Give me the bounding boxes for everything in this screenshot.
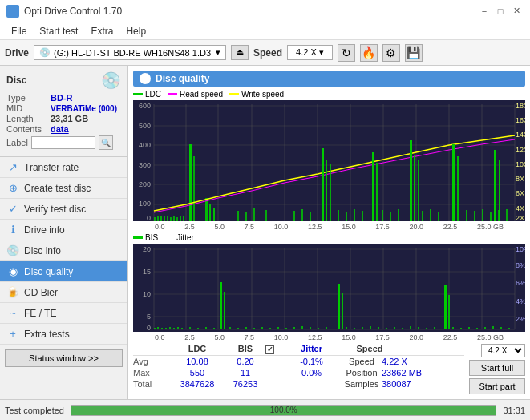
nav-fe-te[interactable]: ~ FE / TE <box>0 303 127 324</box>
eject-button[interactable]: ⏏ <box>231 45 249 60</box>
svg-text:10%: 10% <box>516 245 525 253</box>
legend-bis-color <box>133 236 143 239</box>
svg-rect-152 <box>418 327 419 329</box>
nav-create-test-disc[interactable]: ⊕ Create test disc <box>0 178 127 199</box>
speed-dropdown[interactable]: 4.2 X ▾ <box>287 45 333 60</box>
start-full-button[interactable]: Start full <box>469 360 525 376</box>
svg-rect-125 <box>197 328 199 329</box>
disc-label-button[interactable]: 🔍 <box>99 135 113 150</box>
svg-rect-157 <box>452 327 454 329</box>
nav-fe-te-label: FE / TE <box>24 308 56 319</box>
svg-rect-36 <box>154 217 156 221</box>
row-max-bis: 11 <box>225 368 265 378</box>
svg-rect-66 <box>362 211 363 221</box>
svg-text:200: 200 <box>139 180 151 188</box>
length-value: 23,31 GB <box>51 114 88 123</box>
stats-table: LDC BIS ✓ Jitter Speed Avg 10.08 0.20 -0… <box>133 344 464 390</box>
svg-rect-48 <box>213 208 215 221</box>
nav-disc-quality[interactable]: ◉ Disc quality <box>0 261 127 282</box>
svg-text:500: 500 <box>139 122 151 130</box>
svg-rect-146 <box>370 326 371 329</box>
status-window-button[interactable]: Status window >> <box>5 349 123 367</box>
progress-bar: 100.0% <box>71 405 496 416</box>
action-panel: 4.2 X Start full Start part <box>469 344 525 394</box>
menu-extra[interactable]: Extra <box>84 24 119 38</box>
x-label-6: 15.0 <box>342 223 356 231</box>
create-disc-icon: ⊕ <box>6 182 19 194</box>
row-total-blank <box>265 379 281 389</box>
disc-label-input[interactable] <box>31 136 95 149</box>
bottom-chart-wrapper: 20 15 10 5 0 10% 8% 6% 4% 2% <box>133 244 525 332</box>
row-total-label: Total <box>133 379 169 389</box>
save-button[interactable]: 💾 <box>405 44 423 62</box>
nav-cd-bier[interactable]: 🍺 CD Bier <box>0 282 127 303</box>
contents-value[interactable]: data <box>51 124 69 134</box>
svg-rect-52 <box>245 212 247 221</box>
row-max-blank <box>265 368 281 378</box>
x-label-10: 25.0 GB <box>477 223 504 231</box>
disc-info-icon: 💿 <box>6 244 19 256</box>
minimize-button[interactable]: − <box>477 4 492 18</box>
svg-rect-153 <box>426 328 427 329</box>
refresh-button[interactable]: ↻ <box>338 44 355 62</box>
x-label-2: 5.0 <box>214 223 225 231</box>
bottom-chart-legend: BIS Jitter <box>133 233 525 242</box>
svg-rect-141 <box>338 284 340 329</box>
svg-rect-60 <box>310 212 311 221</box>
drive-dropdown[interactable]: 💿 (G:) HL-DT-ST BD-RE WH16NS48 1.D3 ▾ <box>34 45 226 60</box>
row-max-label: Max <box>133 368 169 378</box>
svg-rect-162 <box>492 326 494 329</box>
svg-rect-145 <box>362 327 363 329</box>
svg-rect-50 <box>193 156 195 221</box>
nav-extra-tests[interactable]: + Extra tests <box>0 324 127 345</box>
svg-rect-83 <box>506 209 508 221</box>
nav-drive-info[interactable]: ℹ Drive info <box>0 220 127 240</box>
x2-label-4: 10.0 <box>274 333 289 341</box>
legend-jitter: Jitter <box>164 233 194 242</box>
svg-text:600: 600 <box>139 102 151 110</box>
nav-verify-test-disc[interactable]: ✓ Verify test disc <box>0 199 127 220</box>
settings-button[interactable]: ⚙ <box>382 44 400 62</box>
svg-rect-76 <box>452 144 455 221</box>
svg-text:8X: 8X <box>516 175 524 183</box>
burn-button[interactable]: 🔥 <box>360 44 378 62</box>
app-title: Opti Drive Control 1.70 <box>24 6 122 17</box>
row-avg-speed-val: 4.22 X <box>382 357 426 366</box>
app-icon <box>6 5 19 18</box>
menu-help[interactable]: Help <box>119 24 152 38</box>
svg-rect-126 <box>205 327 207 329</box>
svg-rect-131 <box>253 328 255 329</box>
svg-rect-61 <box>338 210 339 221</box>
x-label-9: 22.5 <box>443 223 458 231</box>
menu-start-test[interactable]: Start test <box>33 24 84 38</box>
x-label-8: 20.0 <box>410 223 424 231</box>
speed-value: 4.2 X <box>296 47 317 57</box>
nav-disc-info[interactable]: 💿 Disc info <box>0 240 127 261</box>
svg-text:15: 15 <box>143 268 151 276</box>
svg-text:10X: 10X <box>516 160 525 168</box>
close-button[interactable]: ✕ <box>509 4 524 18</box>
svg-rect-78 <box>466 210 467 221</box>
start-part-button[interactable]: Start part <box>469 378 525 394</box>
x2-label-3: 7.5 <box>245 333 255 341</box>
col-header-speed: Speed <box>342 344 398 354</box>
stats-section: LDC BIS ✓ Jitter Speed Avg 10.08 0.20 -0… <box>133 344 525 394</box>
menu-file[interactable]: File <box>5 24 33 38</box>
nav-drive-info-label: Drive info <box>24 224 65 236</box>
legend-bis: BIS <box>133 233 158 242</box>
svg-text:10: 10 <box>143 290 151 298</box>
maximize-button[interactable]: □ <box>493 4 508 18</box>
legend-read-speed-color <box>168 93 177 95</box>
nav-cd-bier-label: CD Bier <box>24 287 58 298</box>
svg-rect-43 <box>176 217 178 221</box>
col-header-check: ✓ <box>265 344 281 354</box>
svg-text:18X: 18X <box>516 102 525 110</box>
speed-dropdown-arrow: ▾ <box>319 47 324 57</box>
svg-rect-42 <box>173 216 175 221</box>
svg-rect-71 <box>414 155 415 221</box>
jitter-checkbox[interactable]: ✓ <box>265 345 274 354</box>
quality-speed-dropdown[interactable]: 4.2 X <box>481 344 525 357</box>
legend-write-speed-label: Write speed <box>241 90 284 99</box>
type-label: Type <box>6 93 51 103</box>
nav-transfer-rate[interactable]: ↗ Transfer rate <box>0 157 127 178</box>
